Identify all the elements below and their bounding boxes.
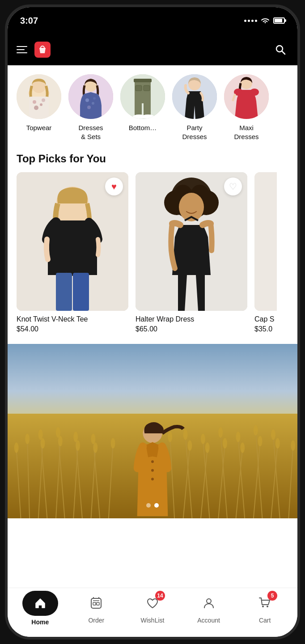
- logo-icon: [36, 43, 49, 56]
- svg-line-50: [41, 436, 47, 518]
- svg-point-89: [218, 427, 223, 437]
- svg-line-57: [109, 444, 113, 518]
- home-icon: [34, 597, 47, 610]
- svg-point-92: [258, 436, 263, 446]
- svg-point-80: [93, 442, 97, 453]
- nav-item-home[interactable]: Home: [12, 591, 68, 626]
- svg-point-82: [111, 438, 115, 449]
- product-img-cap: [254, 172, 277, 311]
- top-picks-section: Top Picks for You: [8, 145, 297, 340]
- svg-point-100: [151, 478, 154, 480]
- grass-svg: [8, 414, 297, 518]
- order-icon: [89, 597, 103, 610]
- product-image-halter: ♡: [136, 172, 247, 311]
- svg-point-86: [205, 442, 210, 453]
- wishlist-button-halter[interactable]: ♡: [224, 178, 242, 195]
- svg-point-99: [151, 469, 154, 472]
- svg-point-95: [271, 429, 275, 440]
- svg-rect-6: [29, 97, 49, 119]
- svg-point-15: [87, 106, 91, 109]
- svg-point-7: [33, 100, 36, 104]
- category-label-topwear: Topwear: [26, 123, 52, 132]
- svg-point-13: [85, 98, 89, 102]
- wifi-icon: [261, 17, 270, 24]
- account-icon: [202, 597, 216, 610]
- svg-rect-21: [134, 79, 152, 82]
- status-time: 3:07: [20, 16, 38, 26]
- nav-icon-wishlist: 14: [142, 593, 163, 614]
- nav-label-order: Order: [88, 617, 104, 624]
- nav-label-wishlist: WishList: [141, 617, 165, 624]
- product-card-knot-tee[interactable]: ♥ Knot Twist V-Neck Tee $54.00: [17, 172, 128, 333]
- party-image: [172, 74, 217, 119]
- svg-line-52: [58, 433, 65, 518]
- svg-point-16: [93, 97, 96, 100]
- svg-rect-22: [135, 100, 142, 116]
- banner-sky: [8, 344, 297, 423]
- wishlist-badge: 14: [155, 591, 165, 601]
- svg-point-76: [58, 436, 63, 446]
- svg-point-77: [56, 427, 60, 437]
- svg-point-83: [168, 432, 172, 442]
- svg-point-14: [92, 102, 94, 105]
- nav-item-cart[interactable]: 5 Cart: [237, 593, 293, 624]
- bottoms-image: [120, 74, 165, 119]
- nav-icon-cart: 5: [254, 593, 275, 614]
- svg-point-87: [201, 434, 205, 444]
- product-card-halter[interactable]: ♡ Halter Wrap Dress $65.00: [136, 172, 247, 333]
- svg-rect-45: [254, 172, 277, 311]
- category-circle-maxi: [224, 74, 269, 119]
- bottom-nav: Home Order: [8, 588, 297, 637]
- svg-point-74: [41, 438, 45, 449]
- status-icons: [244, 17, 285, 24]
- svg-point-31: [250, 89, 259, 96]
- app-logo[interactable]: [34, 42, 51, 58]
- product-image-cap: [254, 172, 277, 311]
- category-item-maxi-dresses[interactable]: MaxiDresses: [224, 74, 269, 141]
- nav-icon-order: [85, 593, 107, 614]
- categories-scroll: Topwear: [8, 74, 297, 141]
- nav-label-account: Account: [197, 617, 220, 624]
- category-item-bottoms[interactable]: Bottom…: [120, 74, 165, 141]
- svg-point-79: [73, 432, 78, 442]
- menu-button[interactable]: [17, 46, 27, 53]
- nav-item-order[interactable]: Order: [68, 593, 125, 624]
- svg-point-84: [188, 440, 192, 450]
- svg-point-25: [142, 114, 154, 119]
- category-label-bottoms: Bottom…: [129, 123, 157, 132]
- heart-filled-icon: ♥: [111, 182, 117, 192]
- banner-field: [8, 414, 297, 518]
- category-item-topwear[interactable]: Topwear: [17, 74, 61, 141]
- svg-point-75: [38, 429, 43, 440]
- svg-point-105: [262, 606, 264, 607]
- categories-section: Topwear: [8, 65, 297, 145]
- svg-line-2: [282, 51, 285, 55]
- main-content: Topwear: [8, 65, 297, 588]
- category-item-dresses[interactable]: Dresses& Sets: [68, 74, 113, 141]
- banner-dot-1[interactable]: [146, 503, 151, 508]
- svg-point-96: [291, 440, 295, 450]
- svg-point-104: [207, 599, 211, 603]
- svg-line-47: [17, 449, 21, 518]
- search-button[interactable]: [272, 42, 288, 58]
- nav-home-bg: [22, 591, 58, 616]
- nav-item-wishlist[interactable]: 14 WishList: [124, 593, 181, 624]
- product-card-cap[interactable]: Cap S $35.0: [254, 172, 277, 333]
- category-item-party-dresses[interactable]: PartyDresses: [172, 74, 217, 141]
- app-header: [8, 34, 297, 65]
- svg-rect-36: [73, 273, 89, 311]
- svg-point-85: [183, 429, 188, 440]
- nav-item-account[interactable]: Account: [181, 593, 237, 624]
- product-name-knot-tee: Knot Twist V-Neck Tee: [17, 315, 128, 323]
- product-price-halter: $65.00: [136, 325, 247, 333]
- product-price-cap: $35.0: [254, 325, 277, 333]
- banner-dot-2[interactable]: [154, 503, 159, 508]
- svg-point-88: [223, 438, 227, 449]
- svg-point-9: [34, 106, 38, 110]
- banner-dots: [146, 503, 159, 508]
- category-circle-bottoms: [120, 74, 165, 119]
- svg-rect-102: [93, 602, 96, 605]
- svg-point-90: [240, 442, 245, 453]
- svg-line-58: [170, 438, 174, 518]
- wishlist-button-knot-tee[interactable]: ♥: [105, 178, 123, 195]
